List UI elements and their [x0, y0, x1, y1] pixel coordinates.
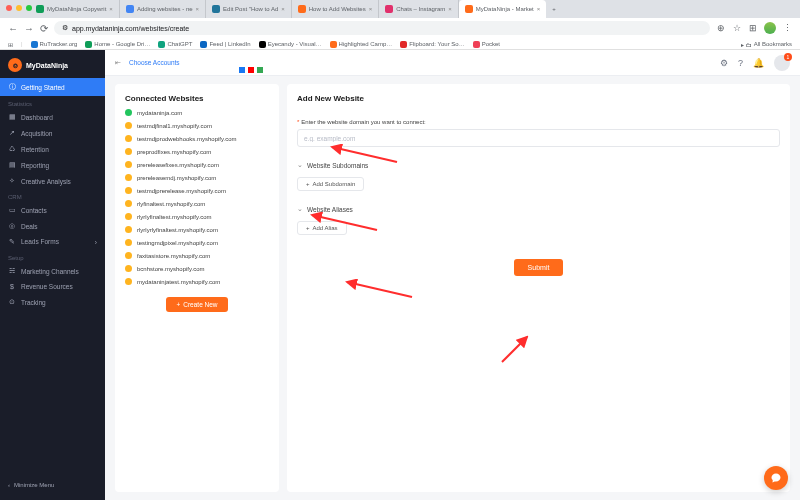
minimize-window-icon[interactable]	[16, 5, 22, 11]
site-row[interactable]: prereleasemdj.myshopify.com	[125, 174, 269, 181]
aliases-header[interactable]: ⌄ Website Aliases	[297, 205, 780, 213]
site-row[interactable]: testingmdjpixel.myshopify.com	[125, 239, 269, 246]
apps-icon[interactable]: ⊞	[8, 41, 13, 48]
bookmark-item[interactable]: Flipboard: Your So…	[400, 41, 464, 48]
extensions-icon[interactable]: ⊞	[748, 23, 758, 33]
choose-accounts-link[interactable]: Choose Accounts	[129, 59, 180, 66]
close-tab-icon[interactable]: ×	[369, 6, 373, 12]
chevron-right-icon: ›	[95, 239, 97, 246]
favicon	[212, 5, 220, 13]
site-row[interactable]: testmdjprerelease.myshopify.com	[125, 187, 269, 194]
menu-icon[interactable]: ⋮	[782, 23, 792, 33]
close-tab-icon[interactable]: ×	[537, 6, 541, 12]
connected-websites-title: Connected Websites	[125, 94, 269, 103]
plus-icon: +	[306, 225, 310, 231]
bookmark-item[interactable]: Highlighted Camp…	[330, 41, 393, 48]
chevron-left-icon: ‹	[8, 482, 10, 488]
sidebar-item-reporting[interactable]: ▤Reporting	[0, 157, 105, 173]
google-icon[interactable]	[248, 67, 254, 73]
site-row[interactable]: testmdjprodwebhooks.myshopify.com	[125, 135, 269, 142]
bookmark-item[interactable]: Home - Google Dri…	[85, 41, 150, 48]
facebook-icon[interactable]	[239, 67, 245, 73]
site-row[interactable]: bcnhstore.myshopify.com	[125, 265, 269, 272]
site-row[interactable]: prereleasefixes.myshopify.com	[125, 161, 269, 168]
sidebar-item-dashboard[interactable]: ▦Dashboard	[0, 109, 105, 125]
sidebar-item-contacts[interactable]: ▭Contacts	[0, 202, 105, 218]
site-row[interactable]: mydataninjatest.myshopify.com	[125, 278, 269, 285]
site-row[interactable]: mydataninja.com	[125, 109, 269, 116]
sidebar-item-retention[interactable]: ♺Retention	[0, 141, 105, 157]
bookmark-favicon	[400, 41, 407, 48]
domain-input[interactable]	[297, 129, 780, 147]
create-new-button[interactable]: + Create New	[166, 297, 227, 312]
tab-label: MyDataNinja - Market	[476, 6, 534, 12]
chat-fab[interactable]	[764, 466, 788, 490]
subdomains-header[interactable]: ⌄ Website Subdomains	[297, 161, 780, 169]
sidebar-item-revenue[interactable]: $Revenue Sources	[0, 279, 105, 294]
profile-avatar[interactable]	[764, 22, 776, 34]
close-window-icon[interactable]	[6, 5, 12, 11]
plus-icon: +	[176, 301, 180, 308]
new-tab-button[interactable]: +	[546, 0, 562, 18]
collapse-icon[interactable]: ⇤	[115, 59, 121, 67]
retention-icon: ♺	[8, 145, 16, 153]
bookmark-favicon	[158, 41, 165, 48]
status-dot-icon	[125, 148, 132, 155]
sidebar-item-leads[interactable]: ✎Leads Forms›	[0, 234, 105, 250]
browser-tab[interactable]: MyDataNinja Copywrit×	[30, 0, 120, 18]
browser-tab[interactable]: Adding websites - ne×	[120, 0, 206, 18]
add-alias-button[interactable]: + Add Alias	[297, 221, 347, 235]
sidebar-item-tracking[interactable]: ⊙Tracking	[0, 294, 105, 310]
submit-button[interactable]: Submit	[514, 259, 564, 276]
brand-logo[interactable]: ⌾ MyDataNinja	[0, 56, 105, 78]
site-row[interactable]: rlyfinaltest.myshopify.com	[125, 200, 269, 207]
site-row[interactable]: rlyrlyfinaltest.myshopify.com	[125, 213, 269, 220]
browser-tab[interactable]: Chats – Instagram×	[379, 0, 459, 18]
site-row[interactable]: rlyrlyrlyfinaltest.myshopify.com	[125, 226, 269, 233]
sidebar-item-marketing[interactable]: ☵Marketing Channels	[0, 263, 105, 279]
browser-tab[interactable]: How to Add Websites×	[292, 0, 379, 18]
bookmark-item[interactable]: RuTracker.org	[31, 41, 78, 48]
site-row[interactable]: faxitasistore.myshopify.com	[125, 252, 269, 259]
settings-icon[interactable]: ⚙	[720, 58, 728, 68]
help-icon[interactable]: ?	[738, 58, 743, 68]
maximize-window-icon[interactable]	[26, 5, 32, 11]
sidebar-item-deals[interactable]: ◎Deals	[0, 218, 105, 234]
browser-tab[interactable]: MyDataNinja - Market×	[459, 0, 547, 18]
minimize-menu-button[interactable]: ‹Minimize Menu	[0, 476, 105, 494]
svg-line-3	[502, 337, 527, 362]
bookmark-star-icon[interactable]: ☆	[732, 23, 742, 33]
bookmark-item[interactable]: Feed | LinkedIn	[200, 41, 250, 48]
add-subdomain-button[interactable]: + Add Subdomain	[297, 177, 364, 191]
shopify-icon[interactable]	[257, 67, 263, 73]
sidebar-item-creative[interactable]: ✧Creative Analysis	[0, 173, 105, 189]
sidebar-item-getting-started[interactable]: ⓘ Getting Started	[0, 78, 105, 96]
marketing-icon: ☵	[8, 267, 16, 275]
chevron-down-icon: ⌄	[297, 205, 303, 213]
back-button[interactable]: ←	[8, 23, 18, 34]
forward-button[interactable]: →	[24, 23, 34, 34]
site-list: mydataninja.comtestmdjfinal1.myshopify.c…	[125, 109, 269, 285]
bookmark-item[interactable]: ChatGPT	[158, 41, 192, 48]
folder-icon: ▸ 🗀	[741, 41, 752, 48]
close-tab-icon[interactable]: ×	[109, 6, 113, 12]
browser-tab[interactable]: Edit Post "How to Ad×	[206, 0, 292, 18]
search-icon[interactable]: ⊕	[716, 23, 726, 33]
site-info-icon[interactable]: ⚙	[62, 24, 68, 32]
site-row[interactable]: preprodfixes.myshopify.com	[125, 148, 269, 155]
site-row[interactable]: testmdjfinal1.myshopify.com	[125, 122, 269, 129]
close-tab-icon[interactable]: ×	[281, 6, 285, 12]
url-field[interactable]: ⚙ app.mydataninja.com/websites/create	[54, 21, 710, 35]
user-avatar[interactable]: 1	[774, 55, 790, 71]
reload-button[interactable]: ⟳	[40, 23, 48, 34]
all-bookmarks-link[interactable]: ▸ 🗀All Bookmarks	[741, 41, 792, 48]
notifications-icon[interactable]: 🔔	[753, 58, 764, 68]
close-tab-icon[interactable]: ×	[196, 6, 200, 12]
favicon	[298, 5, 306, 13]
bookmark-item[interactable]: Eyecandy - Visual…	[259, 41, 322, 48]
bookmark-label: Flipboard: Your So…	[409, 41, 464, 47]
status-dot-icon	[125, 226, 132, 233]
close-tab-icon[interactable]: ×	[448, 6, 452, 12]
sidebar-item-acquisition[interactable]: ↗Acquisition	[0, 125, 105, 141]
bookmark-item[interactable]: Pocket	[473, 41, 500, 48]
